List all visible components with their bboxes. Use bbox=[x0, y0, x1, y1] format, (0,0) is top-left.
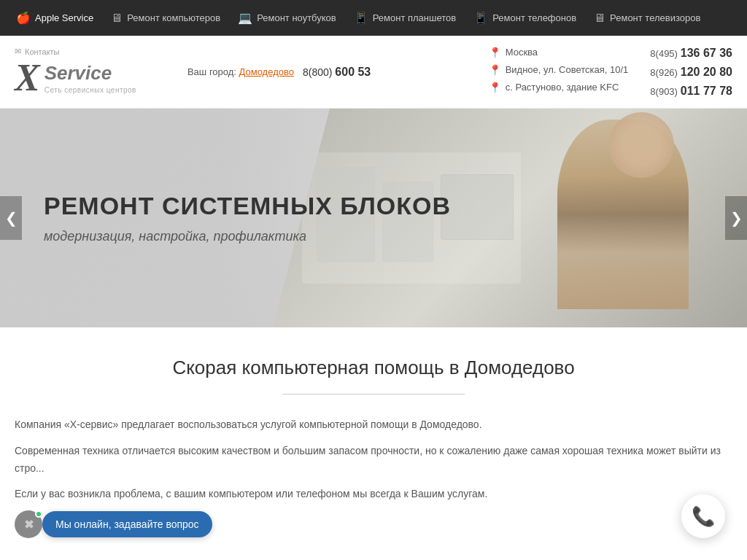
location-row-2: 📍 Видное, ул. Советская, 10/1 bbox=[489, 64, 629, 76]
logo-main[interactable]: X Service Сеть сервисных центров bbox=[15, 59, 136, 97]
main-content: Скорая компьютерная помощь в Домодедово … bbox=[0, 327, 747, 526]
monitor-icon: 🖥 bbox=[111, 12, 123, 25]
nav-tv-repair[interactable]: 🖥 Ремонт телевизоров bbox=[585, 0, 709, 36]
paragraph-1: Компания «X-сервис» предлагает воспользо… bbox=[15, 416, 732, 434]
nav-computer-repair[interactable]: 🖥 Ремонт компьютеров bbox=[102, 0, 229, 36]
location-row-3: 📍 с. Растуново, здание KFC bbox=[489, 82, 629, 93]
logo-text: Service Сеть сервисных центров bbox=[44, 62, 136, 94]
chat-widget[interactable]: ✖ Мы онлайн, задавайте вопрос bbox=[15, 510, 212, 526]
phone-nav-icon: 📱 bbox=[473, 11, 488, 25]
hero-content: РЕМОНТ СИСТЕМНЫХ БЛОКОВ модернизация, на… bbox=[0, 192, 495, 244]
nav-laptop-repair[interactable]: 💻 Ремонт ноутбуков bbox=[229, 0, 345, 36]
laptop-icon: 💻 bbox=[238, 11, 252, 25]
apple-icon: 🍎 bbox=[16, 11, 31, 25]
header-phone: 8(800) 600 53 bbox=[303, 66, 371, 79]
email-icon: ✉ bbox=[15, 47, 21, 56]
logo-area: ✉ Контакты X Service Сеть сервисных цент… bbox=[15, 47, 136, 97]
nav-label: Ремонт планшетов bbox=[373, 12, 456, 23]
address-3: с. Растуново, здание KFC bbox=[506, 82, 619, 93]
tv-icon: 🖥 bbox=[594, 12, 605, 25]
phones-list: 8(495) 136 67 36 8(926) 120 20 80 8(903)… bbox=[650, 47, 732, 98]
hero-prev-button[interactable]: ❮ bbox=[0, 196, 22, 240]
chat-label: Мы онлайн, задавайте вопрос bbox=[55, 518, 199, 526]
logo-subtitle: Сеть сервисных центров bbox=[44, 86, 136, 94]
logo-service-word: Service bbox=[44, 62, 112, 84]
logo-x-letter: X bbox=[15, 59, 40, 97]
hero-banner: РЕМОНТ СИСТЕМНЫХ БЛОКОВ модернизация, на… bbox=[0, 109, 747, 327]
nav-label: Ремонт телевизоров bbox=[610, 12, 700, 23]
tablet-icon: 📱 bbox=[354, 11, 368, 25]
logo-service-name: Service bbox=[44, 62, 136, 85]
phone-1: 8(495) 136 67 36 bbox=[650, 47, 732, 60]
city-link[interactable]: Домодедово bbox=[239, 66, 294, 77]
online-indicator bbox=[35, 510, 42, 518]
header-contacts-right: 📍 Москва 📍 Видное, ул. Советская, 10/1 📍… bbox=[489, 47, 732, 98]
pin-icon-2: 📍 bbox=[489, 64, 501, 76]
top-navigation: 🍎 Apple Service 🖥 Ремонт компьютеров 💻 Р… bbox=[0, 0, 747, 36]
location-row-1: 📍 Москва bbox=[489, 47, 629, 58]
address-2: Видное, ул. Советская, 10/1 bbox=[506, 64, 629, 75]
phone-3: 8(903) 011 77 78 bbox=[650, 85, 732, 98]
site-header: ✉ Контакты X Service Сеть сервисных цент… bbox=[0, 36, 747, 109]
hero-next-button[interactable]: ❯ bbox=[725, 196, 747, 240]
person-head bbox=[608, 112, 674, 178]
contacts-label: ✉ Контакты bbox=[15, 47, 60, 56]
city-phone-area: Ваш город: Домодедово 8(800) 600 53 bbox=[173, 66, 371, 79]
nav-tablet-repair[interactable]: 📱 Ремонт планшетов bbox=[345, 0, 465, 36]
nav-apple-service[interactable]: 🍎 Apple Service bbox=[7, 0, 102, 36]
section-title: Скорая компьютерная помощь в Домодедово bbox=[15, 357, 732, 379]
chat-avatar: ✖ bbox=[15, 510, 42, 526]
nav-label: Ремонт телефонов bbox=[492, 12, 576, 23]
nav-label: Ремонт компьютеров bbox=[127, 12, 220, 23]
chat-bubble[interactable]: Мы онлайн, задавайте вопрос bbox=[42, 511, 212, 526]
hero-title: РЕМОНТ СИСТЕМНЫХ БЛОКОВ bbox=[44, 192, 451, 220]
city-label: Ваш город: Домодедово bbox=[187, 66, 294, 77]
locations-list: 📍 Москва 📍 Видное, ул. Советская, 10/1 📍… bbox=[489, 47, 629, 98]
paragraph-3: Если у вас возникла проблема, с вашим ко… bbox=[15, 486, 732, 503]
address-1: Москва bbox=[506, 47, 538, 58]
pin-icon-1: 📍 bbox=[489, 47, 501, 58]
hero-subtitle: модернизация, настройка, профилактика bbox=[44, 229, 451, 244]
section-divider bbox=[282, 394, 465, 394]
phone-icon: 📞 bbox=[692, 505, 715, 527]
nav-label: Apple Service bbox=[35, 12, 93, 23]
pin-icon-3: 📍 bbox=[489, 82, 501, 93]
chat-x-icon: ✖ bbox=[24, 518, 34, 527]
phone-2: 8(926) 120 20 80 bbox=[650, 66, 732, 79]
nav-label: Ремонт ноутбуков bbox=[257, 12, 336, 23]
nav-phone-repair[interactable]: 📱 Ремонт телефонов bbox=[465, 0, 585, 36]
paragraph-2: Современная техника отличается высоким к… bbox=[15, 443, 732, 478]
